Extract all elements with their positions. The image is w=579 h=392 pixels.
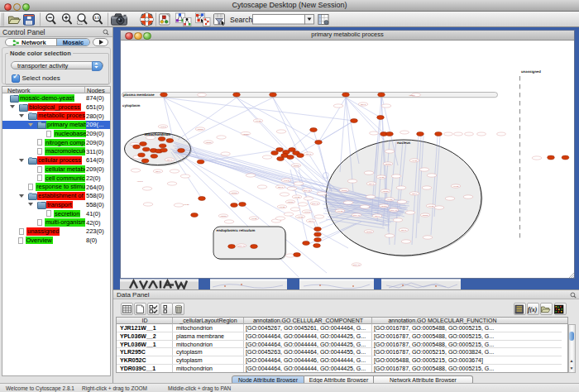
svg-text:Search:: Search: <box>230 16 255 24</box>
svg-text:GLK-W: GLK-W <box>304 189 311 192</box>
svg-text:YDR34: YDR34 <box>197 128 203 131</box>
svg-text:YDR34: YDR34 <box>422 214 428 217</box>
svg-text:YLm-d: YLm-d <box>304 211 310 213</box>
svg-text:YKL21: YKL21 <box>297 216 304 218</box>
svg-text:fba-1: fba-1 <box>412 193 417 195</box>
svg-text:endoplasmic reticulum: endoplasmic reticulum <box>217 228 256 232</box>
svg-text:cytoplasm: cytoplasm <box>122 103 140 108</box>
svg-text:GLK-W: GLK-W <box>238 245 246 247</box>
svg-text:fba-1: fba-1 <box>309 220 313 222</box>
svg-text:YKL21: YKL21 <box>337 210 343 213</box>
svg-text:YDR34: YDR34 <box>380 205 387 208</box>
svg-text:fba-1: fba-1 <box>156 170 160 173</box>
svg-text:unassigned: unassigned <box>521 69 541 74</box>
svg-text:fba-1: fba-1 <box>375 215 380 218</box>
svg-text:YKL21: YKL21 <box>452 185 459 188</box>
svg-text:YDR34: YDR34 <box>220 215 227 218</box>
svg-text:YLm-d: YLm-d <box>136 180 143 183</box>
svg-text:YDR34: YDR34 <box>385 163 391 165</box>
svg-text:mitochondrion: mitochondrion <box>145 131 171 136</box>
svg-text:YDR34: YDR34 <box>409 94 415 97</box>
svg-text:YKL21: YKL21 <box>251 218 257 220</box>
svg-text:Orn-g: Orn-g <box>369 183 375 185</box>
svg-text:plasma membrane: plasma membrane <box>123 93 155 97</box>
svg-text:GLK-W: GLK-W <box>390 209 398 212</box>
svg-text:YKL21: YKL21 <box>428 205 434 208</box>
svg-text:YDR34: YDR34 <box>205 141 212 144</box>
svg-text:YKL21: YKL21 <box>279 206 285 208</box>
svg-text:Orn-g: Orn-g <box>306 153 312 155</box>
svg-text:Orn-g: Orn-g <box>361 103 366 106</box>
svg-text:YKL21: YKL21 <box>411 160 418 162</box>
svg-text:Orn-g: Orn-g <box>167 159 173 161</box>
svg-text:Orn-g: Orn-g <box>401 229 407 232</box>
svg-text:YDR34: YDR34 <box>382 190 389 193</box>
svg-text:YKL21: YKL21 <box>255 120 261 122</box>
svg-text:YDR34: YDR34 <box>366 231 372 233</box>
svg-text:YKL21: YKL21 <box>294 196 300 198</box>
svg-text:f(x): f(x) <box>528 306 538 313</box>
svg-text:Orn-g: Orn-g <box>278 186 284 189</box>
svg-text:1:1: 1:1 <box>94 16 99 20</box>
svg-text:GLK-W: GLK-W <box>353 214 361 217</box>
svg-text:YKL21: YKL21 <box>183 203 189 206</box>
svg-text:YKL21: YKL21 <box>378 176 385 179</box>
svg-text:YDR34: YDR34 <box>242 132 249 135</box>
svg-text:GLK-W: GLK-W <box>312 203 319 205</box>
svg-text:YDR34: YDR34 <box>293 165 299 167</box>
svg-text:YLm-d: YLm-d <box>283 179 290 182</box>
svg-text:nucleus: nucleus <box>397 141 411 145</box>
svg-text:YDR34: YDR34 <box>287 201 294 203</box>
svg-text:YDR34: YDR34 <box>341 189 347 192</box>
svg-text:GLK-W: GLK-W <box>353 264 361 266</box>
svg-text:YDR34: YDR34 <box>231 192 237 194</box>
svg-text:YLm-d: YLm-d <box>160 126 166 128</box>
svg-text:YKL21: YKL21 <box>386 198 393 201</box>
